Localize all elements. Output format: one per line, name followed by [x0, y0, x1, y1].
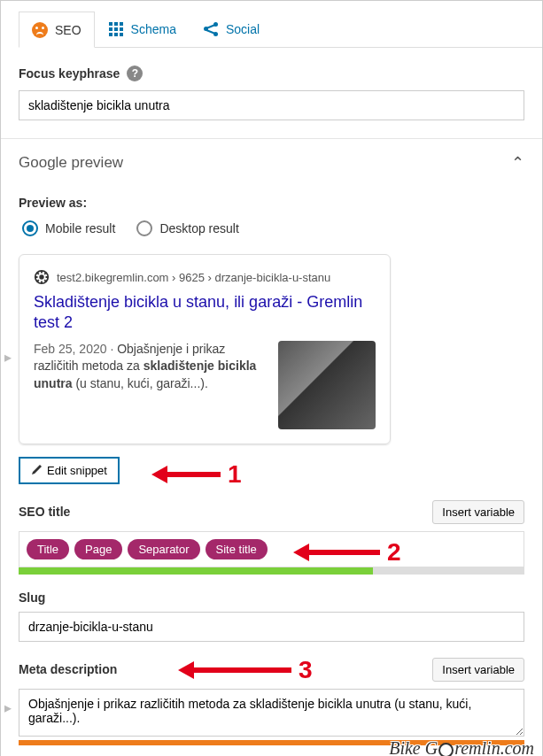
- snippet-preview-card[interactable]: test2.bikegremlin.com › 9625 › drzanje-b…: [19, 254, 391, 444]
- share-icon: [203, 21, 219, 37]
- seo-status-icon: [32, 22, 48, 38]
- slug-label: Slug: [19, 590, 45, 605]
- pencil-icon: [31, 465, 42, 475]
- preview-as-label: Preview as:: [19, 196, 524, 210]
- meta-description-label: Meta description: [19, 662, 117, 676]
- focus-keyphrase-label: Focus keyphrase: [19, 66, 120, 81]
- tab-schema-label: Schema: [131, 22, 176, 36]
- slug-input[interactable]: [19, 612, 524, 642]
- snippet-thumbnail: [278, 341, 376, 429]
- focus-keyphrase-input[interactable]: [19, 90, 524, 120]
- snippet-title: Skladištenje bicikla u stanu, ili garaži…: [34, 292, 376, 334]
- seo-title-label: SEO title: [19, 505, 70, 519]
- radio-unchecked-icon: [136, 220, 152, 236]
- schema-icon: [108, 21, 124, 37]
- edit-snippet-label: Edit snippet: [47, 464, 107, 477]
- seo-title-progress: [19, 567, 524, 575]
- google-preview-toggle[interactable]: Google preview ⌃: [1, 138, 542, 187]
- seo-title-input[interactable]: Title Page Separator Site title: [19, 531, 524, 567]
- help-icon[interactable]: ?: [127, 66, 143, 81]
- tab-social[interactable]: Social: [190, 12, 273, 47]
- radio-checked-icon: [22, 220, 38, 236]
- pill-title[interactable]: Title: [27, 539, 69, 559]
- insert-variable-button-title[interactable]: Insert variable: [432, 500, 524, 524]
- annotation-1: 1: [228, 460, 242, 489]
- watermark: Bike Gremlin.com: [389, 738, 534, 756]
- chevron-up-icon: ⌃: [511, 153, 524, 173]
- pill-page[interactable]: Page: [74, 539, 122, 559]
- meta-description-input[interactable]: [19, 689, 524, 737]
- annotation-3: 3: [299, 656, 313, 684]
- pill-separator[interactable]: Separator: [128, 539, 199, 559]
- snippet-description: Feb 25, 2020 · Objašnjenje i prikaz razl…: [34, 341, 268, 429]
- radio-mobile-label: Mobile result: [45, 221, 115, 235]
- annotation-2: 2: [387, 538, 401, 567]
- tab-seo-label: SEO: [55, 23, 81, 37]
- tab-schema[interactable]: Schema: [95, 12, 190, 47]
- edit-snippet-button[interactable]: Edit snippet: [19, 457, 120, 484]
- snippet-url: test2.bikegremlin.com › 9625 › drzanje-b…: [57, 271, 330, 284]
- radio-desktop-label: Desktop result: [159, 221, 238, 235]
- radio-mobile-result[interactable]: Mobile result: [22, 220, 115, 236]
- tab-social-label: Social: [226, 22, 260, 36]
- google-preview-header: Google preview: [19, 154, 123, 172]
- svg-point-1: [39, 274, 43, 279]
- tab-seo[interactable]: SEO: [19, 12, 95, 48]
- caret-right-icon: ▸: [4, 699, 12, 716]
- insert-variable-button-meta[interactable]: Insert variable: [432, 658, 524, 682]
- pill-site-title[interactable]: Site title: [206, 539, 268, 559]
- caret-right-icon: ▸: [4, 349, 12, 366]
- radio-desktop-result[interactable]: Desktop result: [136, 220, 238, 236]
- favicon-icon: [34, 269, 50, 285]
- tabs: SEO Schema Social: [19, 12, 542, 48]
- focus-keyphrase-section: Focus keyphrase ?: [1, 48, 542, 138]
